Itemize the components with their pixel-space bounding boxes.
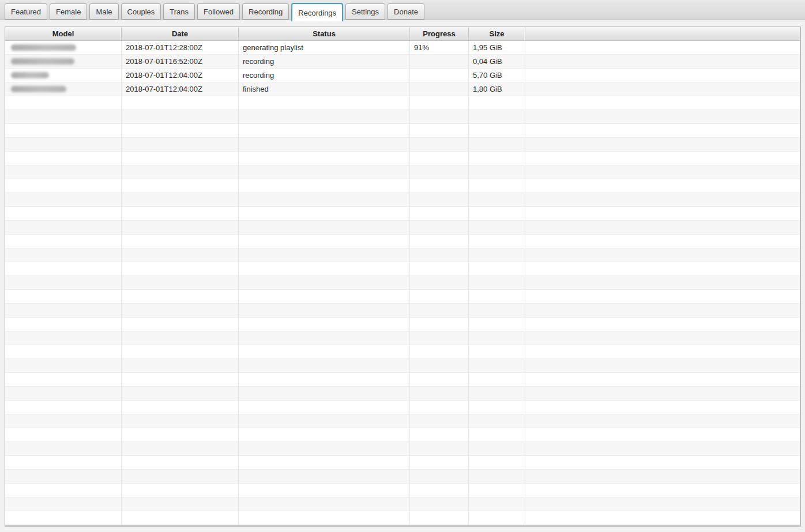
empty-cell xyxy=(410,179,469,193)
empty-cell xyxy=(122,497,239,511)
empty-cell xyxy=(469,193,525,206)
empty-cell xyxy=(525,124,800,137)
empty-cell xyxy=(469,414,525,428)
empty-cell xyxy=(239,276,410,289)
empty-cell xyxy=(410,207,469,220)
empty-row xyxy=(5,262,800,276)
empty-cell xyxy=(122,387,239,400)
empty-cell xyxy=(122,331,239,345)
empty-cell xyxy=(239,124,410,137)
empty-cell xyxy=(122,470,239,483)
tab-featured[interactable]: Featured xyxy=(5,3,47,20)
empty-cell xyxy=(410,304,469,317)
empty-cell xyxy=(5,110,122,123)
empty-cell xyxy=(410,110,469,123)
empty-cell xyxy=(525,96,800,110)
empty-cell xyxy=(410,235,469,248)
empty-cell xyxy=(5,373,122,386)
tab-female[interactable]: Female xyxy=(50,3,87,20)
column-header-status[interactable]: Status xyxy=(239,27,410,40)
empty-cell xyxy=(239,470,410,483)
empty-row xyxy=(5,248,800,262)
empty-cell xyxy=(5,262,122,276)
tab-bar: Featured Female Male Couples Trans Follo… xyxy=(0,0,805,20)
tab-couples[interactable]: Couples xyxy=(121,3,161,20)
empty-cell xyxy=(239,442,410,455)
empty-cell xyxy=(469,179,525,193)
empty-cell xyxy=(410,318,469,331)
empty-cell xyxy=(122,484,239,497)
empty-cell xyxy=(525,179,800,193)
empty-cell xyxy=(239,96,410,110)
empty-cell xyxy=(410,165,469,179)
tab-trans[interactable]: Trans xyxy=(163,3,195,20)
empty-cell xyxy=(5,193,122,206)
empty-cell xyxy=(410,193,469,206)
tab-followed[interactable]: Followed xyxy=(197,3,240,20)
empty-cell xyxy=(525,207,800,220)
blurred-model-name xyxy=(11,44,76,51)
empty-cell xyxy=(525,401,800,414)
empty-cell xyxy=(525,373,800,386)
progress-cell xyxy=(410,55,469,68)
empty-cell xyxy=(5,484,122,497)
empty-cell xyxy=(469,221,525,234)
empty-cell xyxy=(122,179,239,193)
empty-cell xyxy=(5,248,122,262)
empty-cell xyxy=(469,387,525,400)
progress-cell xyxy=(410,69,469,82)
empty-cell xyxy=(469,110,525,123)
empty-cell xyxy=(525,442,800,455)
empty-cell xyxy=(410,152,469,165)
empty-cell xyxy=(239,373,410,386)
empty-cell xyxy=(5,497,122,511)
empty-cell xyxy=(122,193,239,206)
empty-row xyxy=(5,207,800,221)
empty-cell xyxy=(410,401,469,414)
table-row[interactable]: 2018-07-01T12:04:00Z finished 1,80 GiB xyxy=(5,82,800,96)
tab-donate[interactable]: Donate xyxy=(388,3,424,20)
empty-cell xyxy=(469,331,525,345)
empty-cell xyxy=(525,470,800,483)
empty-cell xyxy=(239,345,410,359)
empty-cell xyxy=(525,165,800,179)
empty-cell xyxy=(122,373,239,386)
empty-cell xyxy=(469,152,525,165)
empty-row xyxy=(5,290,800,304)
column-header-size[interactable]: Size xyxy=(469,27,525,40)
empty-cell xyxy=(239,511,410,525)
empty-row xyxy=(5,345,800,359)
empty-cell xyxy=(525,428,800,442)
empty-cell xyxy=(5,470,122,483)
empty-cell xyxy=(525,304,800,317)
empty-cell xyxy=(239,165,410,179)
size-cell: 1,95 GiB xyxy=(469,41,525,54)
empty-row xyxy=(5,470,800,484)
blurred-model-name xyxy=(11,72,49,78)
column-header-model[interactable]: Model xyxy=(5,27,122,40)
tab-male[interactable]: Male xyxy=(89,3,118,20)
table-row[interactable]: 2018-07-01T12:28:00Z generating playlist… xyxy=(5,41,800,55)
empty-cell xyxy=(122,511,239,525)
empty-cell xyxy=(469,290,525,303)
status-cell: recording xyxy=(239,55,410,68)
empty-cell xyxy=(5,235,122,248)
progress-cell xyxy=(410,82,469,96)
tab-recording[interactable]: Recording xyxy=(242,3,289,20)
empty-row xyxy=(5,152,800,165)
empty-cell xyxy=(5,152,122,165)
tab-recordings[interactable]: Recordings xyxy=(291,3,343,21)
extra-cell xyxy=(525,41,800,54)
empty-cell xyxy=(525,414,800,428)
column-header-progress[interactable]: Progress xyxy=(410,27,469,40)
size-cell: 1,80 GiB xyxy=(469,82,525,96)
empty-cell xyxy=(5,221,122,234)
table-row[interactable]: 2018-07-01T12:04:00Z recording 5,70 GiB xyxy=(5,69,800,82)
tab-settings[interactable]: Settings xyxy=(345,3,385,20)
column-header-date[interactable]: Date xyxy=(122,27,239,40)
empty-cell xyxy=(239,318,410,331)
empty-cell xyxy=(239,207,410,220)
empty-cell xyxy=(469,304,525,317)
table-row[interactable]: 2018-07-01T16:52:00Z recording 0,04 GiB xyxy=(5,55,800,69)
empty-cell xyxy=(525,110,800,123)
